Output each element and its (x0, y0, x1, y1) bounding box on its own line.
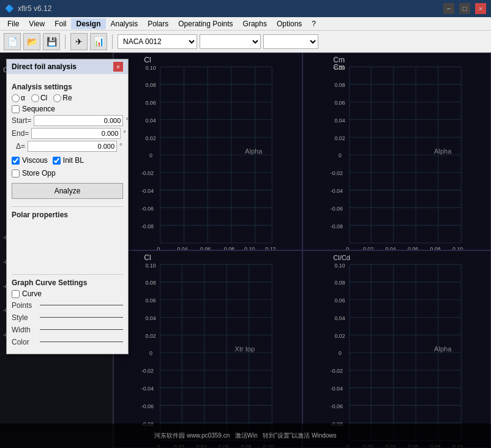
new-button[interactable]: 📄 (4, 33, 21, 50)
graph-clcd-alpha: Cl/Cd 0.10 0.08 0.06 0.04 0.02 0 -0.02 -… (302, 250, 492, 448)
right-graph-panel: 0.10 0.08 0.06 0.04 0.02 0 -0.02 -0.04 -… (113, 53, 491, 448)
minimize-button[interactable]: − (443, 3, 454, 14)
dialog-content: Analysis settings α Cl Re (7, 74, 128, 354)
app-icon: 🔷 (5, 4, 14, 13)
menu-foil[interactable]: Foil (50, 18, 71, 29)
polar-properties-area (12, 222, 123, 271)
svg-text:0.10: 0.10 (334, 263, 345, 269)
svg-text:0.06: 0.06 (145, 100, 156, 106)
svg-text:Cl: Cl (144, 56, 151, 64)
viscous-checkbox[interactable] (12, 157, 20, 165)
svg-text:-0.08: -0.08 (141, 223, 154, 230)
delta-unit: ° (119, 142, 123, 151)
store-opp-checkbox-label[interactable]: Store Opp (12, 169, 123, 177)
svg-text:-0.04: -0.04 (141, 188, 154, 194)
store-opp-checkbox[interactable] (12, 170, 20, 177)
points-value (40, 305, 123, 305)
style-row: Style (12, 312, 123, 323)
svg-text:0.10: 0.10 (145, 65, 156, 71)
svg-text:0.10: 0.10 (244, 246, 255, 250)
svg-text:0.08: 0.08 (334, 280, 345, 286)
foil-button[interactable]: ✈ (70, 33, 88, 50)
open-button[interactable]: 📂 (23, 33, 40, 50)
menu-design[interactable]: Design (71, 18, 105, 29)
radio-alpha[interactable]: α (12, 94, 25, 102)
init-bl-checkbox-label[interactable]: Init BL (53, 156, 84, 165)
svg-text:0.04: 0.04 (385, 246, 395, 250)
watermark-bar: 河东软件园 www.pc0359.cn 激活Win 转到"设置"以激活 Wind… (0, 424, 491, 448)
menu-help[interactable]: ? (307, 18, 321, 29)
svg-text:Xtr top: Xtr top (235, 345, 255, 353)
graph-clcd-alpha-svg: Cl/Cd 0.10 0.08 0.06 0.04 0.02 0 -0.02 -… (303, 251, 491, 447)
radio-cl[interactable]: Cl (31, 94, 47, 102)
svg-text:0.02: 0.02 (145, 135, 156, 141)
foil-graph-panel: 0.10 0.08 0.06 0.04 0.02 0 -0.02 -0.04 -… (0, 53, 113, 448)
menu-analysis[interactable]: Analysis (106, 18, 143, 29)
graph-cl-alpha: 0.10 0.08 0.06 0.04 0.02 0 -0.02 -0.04 -… (113, 53, 302, 250)
points-row: Points (12, 300, 123, 310)
svg-text:0.12: 0.12 (265, 246, 275, 250)
svg-text:-0.06: -0.06 (141, 206, 154, 212)
sequence-checkbox[interactable] (12, 105, 20, 113)
svg-text:0: 0 (339, 350, 342, 356)
svg-text:-0.08: -0.08 (330, 223, 342, 230)
dialog-titlebar[interactable]: Direct foil analysis × (7, 59, 128, 74)
graph-cl-xtr-svg: Cl 0.10 0.08 0.06 0.04 0.02 0 -0.02 -0.0… (114, 251, 302, 447)
radio-re-input[interactable] (53, 94, 61, 102)
svg-text:0: 0 (157, 246, 160, 250)
viscous-label: Viscous (22, 156, 48, 165)
width-label: Width (12, 326, 37, 334)
close-button[interactable]: × (475, 3, 486, 14)
radio-re-label: Re (62, 94, 72, 102)
menu-graphs[interactable]: Graphs (238, 18, 272, 29)
svg-text:0.06: 0.06 (200, 246, 211, 250)
menu-operating-points[interactable]: Operating Points (173, 18, 238, 29)
svg-text:0.02: 0.02 (334, 135, 345, 141)
svg-text:0.06: 0.06 (407, 246, 418, 250)
maximize-button[interactable]: □ (459, 3, 470, 14)
start-input[interactable] (34, 115, 123, 126)
curve-checkbox[interactable] (12, 290, 20, 298)
analysis-button[interactable]: 📊 (90, 33, 107, 50)
start-unit: ° (126, 116, 129, 125)
sequence-checkbox-label[interactable]: Sequence (12, 105, 123, 113)
svg-text:0.10: 0.10 (452, 246, 463, 250)
svg-text:0.08: 0.08 (224, 246, 234, 250)
window-controls: − □ × (443, 3, 486, 14)
analyze-button[interactable]: Analyze (12, 183, 123, 199)
curve-checkbox-label[interactable]: Curve (12, 289, 123, 298)
polar-select[interactable] (200, 34, 261, 49)
delta-input[interactable] (28, 141, 117, 152)
airfoil-select[interactable]: NACA 0012 (118, 34, 197, 49)
menu-view[interactable]: View (24, 18, 50, 29)
svg-text:0.08: 0.08 (145, 280, 156, 286)
init-bl-checkbox[interactable] (53, 157, 61, 165)
svg-text:Alpha: Alpha (245, 147, 263, 155)
style-label: Style (12, 313, 37, 322)
start-label: Start= (12, 116, 31, 125)
opp-select[interactable] (263, 34, 318, 49)
svg-text:0.04: 0.04 (334, 118, 345, 124)
sequence-label: Sequence (22, 105, 55, 113)
viscous-checkbox-label[interactable]: Viscous (12, 156, 48, 165)
save-button[interactable]: 💾 (43, 33, 60, 50)
menubar: File View Foil Design Analysis Polars Op… (0, 17, 491, 31)
radio-re[interactable]: Re (53, 94, 72, 102)
svg-text:0: 0 (149, 350, 152, 356)
menu-polars[interactable]: Polars (143, 18, 173, 29)
menu-file[interactable]: File (2, 18, 24, 29)
graph-curve-settings-title: Graph Curve Settings (12, 278, 123, 287)
end-input[interactable] (31, 128, 121, 139)
svg-text:0.04: 0.04 (334, 315, 345, 321)
svg-text:0.04: 0.04 (145, 315, 156, 321)
graph-cm-alpha-svg: Cm 0.10 0.08 0.06 0.04 0.02 0 -0.02 -0.0… (303, 53, 491, 250)
menu-options[interactable]: Options (272, 18, 307, 29)
radio-alpha-input[interactable] (12, 94, 20, 102)
radio-cl-input[interactable] (31, 94, 39, 102)
svg-text:0.06: 0.06 (145, 297, 156, 304)
svg-text:-0.02: -0.02 (141, 170, 154, 176)
init-bl-label: Init BL (63, 156, 84, 165)
dialog-close-button[interactable]: × (113, 62, 123, 72)
svg-text:0.04: 0.04 (145, 118, 156, 124)
svg-text:Cl/Cd: Cl/Cd (333, 254, 350, 261)
